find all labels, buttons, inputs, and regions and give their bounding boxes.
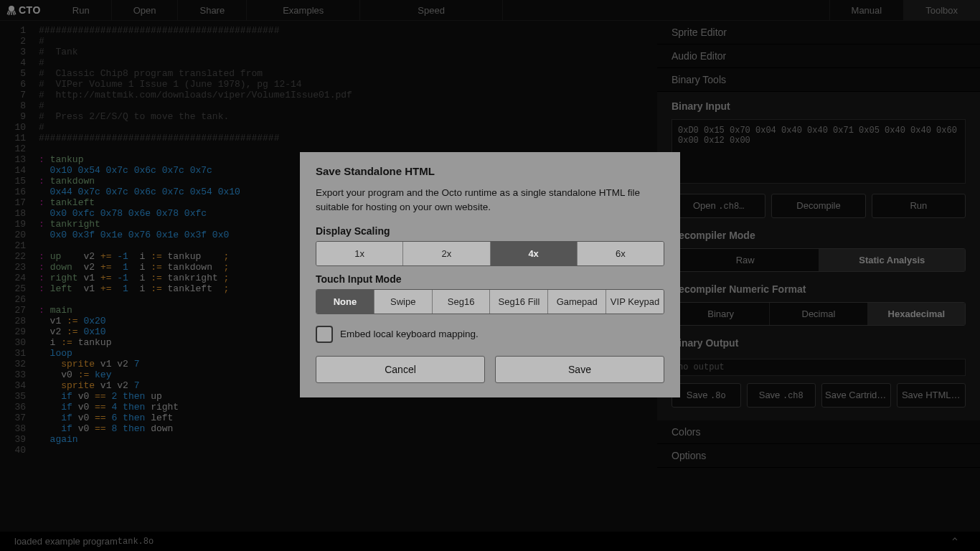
scale-6x[interactable]: 6x [578,242,664,265]
modal-title: Save Standalone HTML [316,165,664,177]
checkbox-icon[interactable] [316,326,333,343]
scale-4x[interactable]: 4x [491,242,578,265]
cancel-button[interactable]: Cancel [316,356,485,383]
scale-1x[interactable]: 1x [316,242,403,265]
touch-vip-keypad[interactable]: VIP Keypad [606,290,664,314]
display-scaling-seg: 1x2x4x6x [316,241,664,266]
touch-gamepad[interactable]: Gamepad [548,290,606,314]
display-scaling-label: Display Scaling [316,225,664,237]
touch-seg16[interactable]: Seg16 [433,290,491,314]
touch-mode-label: Touch Input Mode [316,273,664,285]
modal-desc: Export your program and the Octo runtime… [316,186,664,215]
touch-seg16-fill[interactable]: Seg16 Fill [490,290,548,314]
embed-keyboard-label: Embed local keyboard mapping. [340,329,479,339]
save-html-modal: Save Standalone HTML Export your program… [300,152,680,397]
touch-swipe[interactable]: Swipe [374,290,433,314]
touch-mode-seg: NoneSwipeSeg16Seg16 FillGamepadVIP Keypa… [316,289,664,314]
scale-2x[interactable]: 2x [403,242,490,265]
save-button[interactable]: Save [495,356,664,383]
embed-keyboard-check[interactable]: Embed local keyboard mapping. [316,326,664,343]
touch-none[interactable]: None [316,290,374,314]
